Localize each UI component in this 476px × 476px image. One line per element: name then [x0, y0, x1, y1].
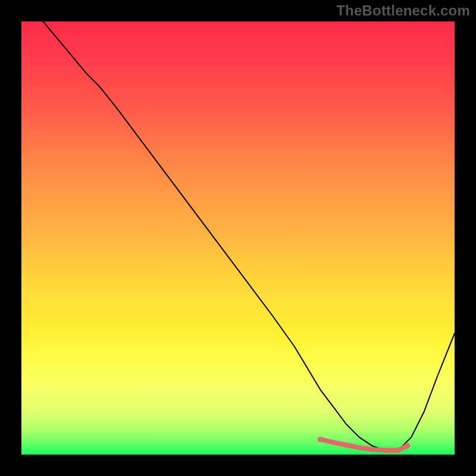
- optimal-marker: [396, 447, 401, 453]
- plot-area: [21, 21, 455, 455]
- optimal-marker: [369, 447, 375, 452]
- optimal-marker: [344, 443, 349, 448]
- marker-group: [318, 437, 410, 453]
- watermark-text: TheBottleneck.com: [336, 2, 470, 19]
- optimal-marker: [383, 447, 388, 453]
- optimal-marker: [331, 440, 336, 445]
- optimal-marker: [404, 443, 410, 449]
- bottleneck-curve: [43, 21, 455, 450]
- optimal-marker: [318, 437, 323, 442]
- curve-svg: [21, 21, 455, 455]
- chart-frame: TheBottleneck.com: [0, 0, 476, 476]
- optimal-marker: [356, 445, 362, 450]
